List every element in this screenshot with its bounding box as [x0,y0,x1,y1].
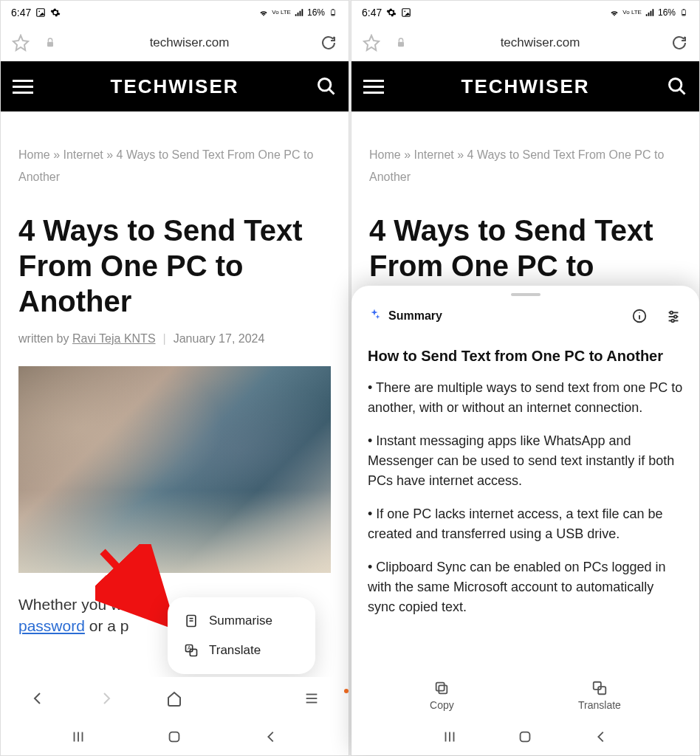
system-nav [1,718,349,755]
network-label: Vo LTE [272,10,291,16]
site-logo[interactable]: TECHWISER [384,75,667,98]
sys-recents[interactable] [69,727,88,746]
popup-translate[interactable]: A Translate [184,636,299,665]
svg-rect-13 [190,649,196,656]
site-header: TECHWISER [1,61,349,111]
svg-line-7 [329,89,334,94]
translate-icon: A [184,643,199,658]
hamburger-icon[interactable] [13,76,33,97]
info-icon[interactable] [630,306,649,326]
browser-address-bar: techwiser.com [1,24,349,61]
breadcrumb-home[interactable]: Home [18,148,50,161]
svg-rect-41 [594,682,601,690]
gear-icon [50,7,61,18]
nav-tabs[interactable] [277,690,346,707]
site-header: TECHWISER [351,61,699,111]
system-nav [368,718,683,755]
svg-rect-26 [682,14,685,15]
nav-back[interactable] [4,690,72,707]
right-screenshot: 6:47 Vo LTE 16% [351,0,700,756]
browser-url[interactable]: techwiser.com [421,35,659,50]
summarise-icon [184,614,199,628]
hamburger-icon[interactable] [363,76,384,97]
breadcrumb: Home » Internet » 4 Ways to Send Text Fr… [369,144,682,189]
network-label: Vo LTE [622,10,642,16]
settings-sliders-icon[interactable] [664,306,683,326]
summary-bullet: • Clipboard Sync can be enabled on PCs l… [368,557,683,617]
sparkle-icon [368,308,381,324]
summary-actions: Copy Translate [368,670,683,714]
svg-point-36 [674,315,677,318]
summary-bullet: • If one PC lacks internet access, a tex… [368,504,683,544]
translate-button[interactable]: Translate [578,680,621,711]
battery-icon [679,7,689,18]
status-time: 6:47 [362,7,382,18]
svg-rect-27 [398,42,404,47]
left-screenshot: 6:47 Vo LTE 16% [0,0,349,756]
article-title: 4 Ways to Send Text From One PC to [369,213,682,284]
svg-point-1 [39,10,41,12]
body-link-password[interactable]: password [18,617,85,634]
gear-icon [386,7,397,18]
sys-back[interactable] [591,727,611,746]
article-title: 4 Ways to Send Text From One PC to Anoth… [18,213,331,319]
sys-home[interactable] [515,727,535,746]
sys-back[interactable] [261,727,281,746]
article-meta: written by Ravi Teja KNTS | January 17, … [18,332,331,346]
wifi-icon [609,7,620,18]
svg-point-34 [670,312,673,315]
star-icon[interactable] [11,33,30,52]
summary-label: Summary [388,309,615,323]
sys-home[interactable] [165,727,184,746]
browser-address-bar: techwiser.com [351,24,699,61]
wifi-icon [258,7,269,18]
article-author[interactable]: Ravi Teja KNTS [72,332,156,345]
svg-point-28 [670,79,682,91]
reload-icon[interactable] [319,33,338,52]
svg-rect-40 [436,683,445,691]
nav-home[interactable] [140,690,209,707]
reload-icon[interactable] [670,33,689,52]
page-content: Home » Internet » 4 Ways to Send Text Fr… [1,111,349,677]
popup-summarise[interactable]: Summarise [184,606,299,636]
translate-icon [591,680,608,696]
svg-rect-3 [332,9,334,10]
svg-rect-25 [683,9,685,10]
hero-image [18,366,331,573]
summary-heading: How to Send Text from One PC to Another [368,348,683,365]
search-icon[interactable] [316,76,337,97]
signal-icon [294,7,304,18]
battery-percent: 16% [307,7,325,18]
copy-icon [433,680,450,696]
signal-icon [645,7,655,18]
svg-rect-4 [332,14,334,15]
svg-text:A: A [188,645,191,650]
sys-recents[interactable] [440,727,459,746]
image-icon [35,7,46,18]
status-bar: 6:47 Vo LTE 16% [1,1,349,24]
battery-icon [328,7,338,18]
lock-icon [391,33,411,52]
breadcrumb: Home » Internet » 4 Ways to Send Text Fr… [18,144,331,189]
battery-percent: 16% [658,7,676,18]
site-logo[interactable]: TECHWISER [33,75,316,98]
status-bar: 6:47 Vo LTE 16% [351,1,699,24]
browser-nav-bar [1,677,349,718]
search-icon[interactable] [667,76,687,97]
summary-bullets: • There are multiple ways to send text f… [368,378,683,630]
summary-bullet: • Instant messaging apps like WhatsApp a… [368,431,683,491]
breadcrumb-category[interactable]: Internet [63,148,103,161]
drag-handle[interactable] [511,293,541,296]
svg-rect-39 [439,685,447,693]
context-popup: Summarise A Translate [168,597,315,674]
article-date: January 17, 2024 [174,332,265,346]
copy-button[interactable]: Copy [430,680,454,711]
star-icon[interactable] [362,33,381,52]
svg-point-23 [405,10,406,12]
svg-point-6 [319,79,331,91]
svg-rect-5 [47,42,53,47]
browser-url[interactable]: techwiser.com [70,35,309,50]
svg-rect-21 [170,732,179,742]
summary-bullet: • There are multiple ways to send text f… [368,378,683,418]
image-icon [401,7,411,18]
